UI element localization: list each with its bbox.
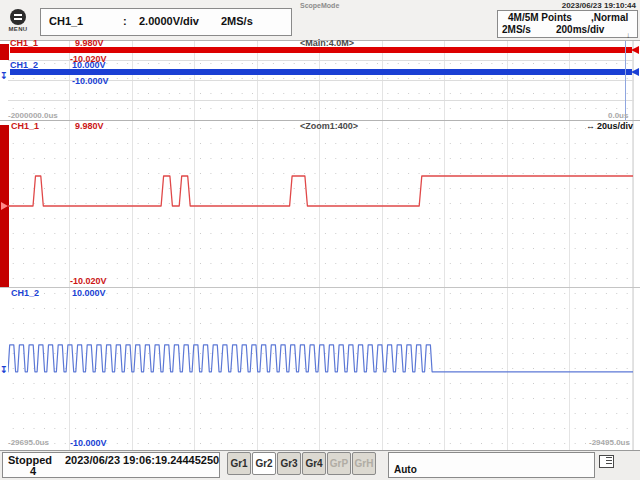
zoom-ch1-bottom-value: -10.020V <box>70 277 107 286</box>
ch2-zoom-trace <box>8 287 633 450</box>
group-button-grp[interactable]: GrP <box>327 452 351 475</box>
trigger-timestamp: 2023/06/23 19:06:19.24445250 <box>65 455 219 466</box>
keyboard-icon[interactable] <box>599 455 614 468</box>
ch1-zoom-trace <box>8 125 633 287</box>
zoom-ch2-ground-icon: ↧ <box>0 366 8 375</box>
group-button-gr3[interactable]: Gr3 <box>277 452 301 475</box>
menu-button[interactable]: MENU <box>5 9 31 35</box>
acq-sample-rate: 2MS/s <box>502 25 531 35</box>
zoom-position-line[interactable] <box>625 41 626 120</box>
ch1-channel-marker <box>0 44 9 60</box>
main-ch2-bottom-value: -10.000V <box>72 77 109 86</box>
ch2-main-trace <box>10 69 632 75</box>
group-button-gr2[interactable]: Gr2 <box>252 452 276 475</box>
menu-icon <box>10 9 26 25</box>
volts-per-div: 2.0000V/div <box>139 16 199 27</box>
status-box[interactable]: Stopped 4 2023/06/23 19:06:19.24445250 <box>2 452 220 478</box>
group-button-grh[interactable]: GrH <box>352 452 376 475</box>
main-time-start: -2000000.0us <box>8 112 58 120</box>
scroll-down-icon[interactable]: ↓ <box>626 31 630 40</box>
acq-points: 4M/5M Points <box>508 13 572 23</box>
ch1-right-marker-icon[interactable] <box>631 46 639 54</box>
acquisition-box[interactable]: 4M/5M Points ,Normal 2MS/s 200ms/div <box>497 10 638 38</box>
channel-readout-box[interactable]: CH1_1 : 2.0000V/div 2MS/s <box>40 8 292 36</box>
channel-name: CH1_1 <box>49 16 83 27</box>
ch1-level-marker-icon[interactable] <box>1 202 8 210</box>
channel-separator: : <box>123 16 127 27</box>
main-time-end: 0.0us <box>608 112 628 120</box>
menu-label: MENU <box>5 26 31 32</box>
acq-mode: ,Normal <box>591 13 628 23</box>
zoom-ch2-bottom-value: -10.000V <box>70 439 107 448</box>
trigger-mode-box[interactable]: Auto <box>388 452 595 478</box>
ch1-main-trace <box>10 47 632 53</box>
zoom-time-end: -29495.0us <box>589 439 630 447</box>
group-button-gr1[interactable]: Gr1 <box>227 452 251 475</box>
trigger-count: 4 <box>30 466 36 477</box>
app-title: ScopeMode <box>300 2 360 9</box>
trigger-mode-label: Auto <box>394 465 417 475</box>
main-ch2-ground-icon: ↧ <box>0 72 8 81</box>
header-datetime: 2023/06/23 19:10:44 <box>562 2 636 10</box>
acq-timebase: 200ms/div <box>556 25 604 35</box>
ch2-right-marker-icon[interactable] <box>631 68 639 76</box>
zoom-time-start: -29695.0us <box>8 439 49 447</box>
sample-rate: 2MS/s <box>221 16 253 27</box>
group-button-gr4[interactable]: Gr4 <box>302 452 326 475</box>
